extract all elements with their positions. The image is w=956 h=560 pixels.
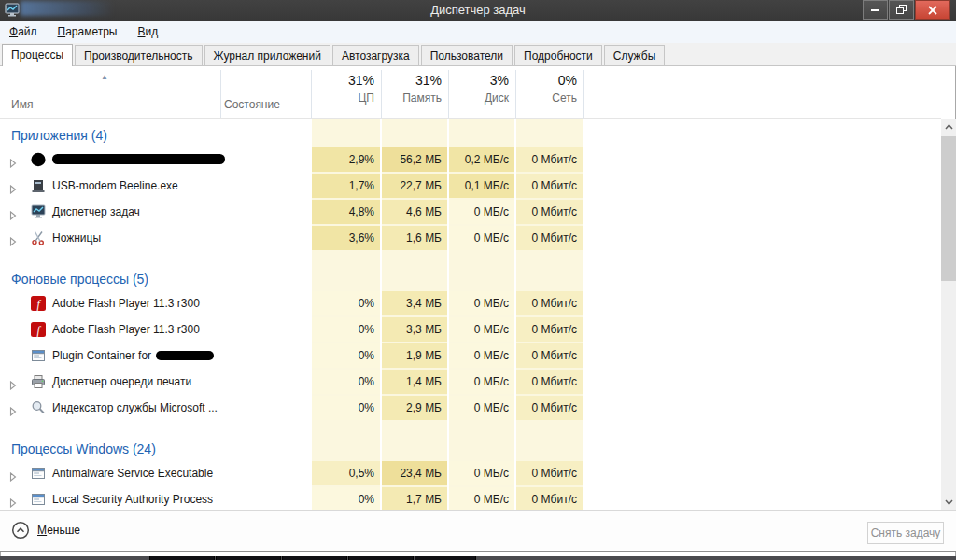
process-name: Adobe Flash Player 11.3 r300	[52, 297, 200, 310]
metric-cell: 0 Мбит/с	[516, 200, 583, 224]
close-button[interactable]	[915, 0, 950, 20]
metric-cell: 0 Мбит/с	[516, 317, 583, 342]
process-name: Local Security Authority Process	[52, 493, 213, 506]
tab-2[interactable]: Журнал приложений	[204, 45, 330, 65]
column-header-status[interactable]: Состояние	[224, 98, 280, 111]
metric-cell: 0 МБ/с	[449, 317, 514, 342]
tab-6[interactable]: Службы	[604, 45, 665, 65]
expand-arrow-icon[interactable]	[9, 495, 17, 504]
tab-3[interactable]: Автозагрузка	[332, 45, 419, 65]
process-group: Процессы Windows (24)Antimalware Service…	[0, 432, 941, 510]
tab-1[interactable]: Производительность	[75, 45, 202, 65]
metric-cell: 1,4 МБ	[382, 370, 447, 394]
menubar: ФайлПараметрыВид	[0, 21, 956, 43]
expand-arrow-icon[interactable]	[9, 469, 17, 478]
scroll-down-icon[interactable]	[941, 494, 956, 510]
metric-cell: 4,6 МБ	[382, 200, 447, 224]
column-header-name[interactable]: Имя	[11, 98, 33, 111]
metric-cell: 22,7 МБ	[382, 174, 447, 198]
sort-ascending-icon[interactable]: ▲	[101, 73, 108, 81]
flash-icon: f	[31, 322, 46, 337]
group-header: Приложения (4)	[0, 119, 941, 147]
process-row[interactable]: Индексатор службы Microsoft ...0%2,9 МБ0…	[0, 395, 941, 421]
redaction-bar	[52, 154, 225, 164]
scrollbar-thumb[interactable]	[941, 136, 956, 281]
metric-cell: 0 МБ/с	[449, 343, 514, 368]
metric-cell: 0 МБ/с	[449, 226, 514, 250]
metric-cell: 0 Мбит/с	[516, 487, 583, 510]
end-task-button[interactable]: Снять задачу	[867, 522, 944, 544]
column-header-metric[interactable]: 31%Память	[382, 73, 447, 116]
menu-item[interactable]: Вид	[130, 22, 165, 41]
menu-item[interactable]: Файл	[2, 22, 45, 41]
tab-4[interactable]: Пользователи	[421, 45, 513, 65]
metric-cell: 1,6 МБ	[382, 226, 447, 250]
metric-cell: 0 МБ/с	[449, 396, 514, 420]
taskmgr-icon	[31, 204, 46, 219]
metric-cell: 3,3 МБ	[382, 317, 447, 342]
process-name: Plugin Container for	[52, 349, 214, 362]
group-header: Фоновые процессы (5)	[0, 262, 941, 290]
fewer-details-button[interactable]: Меньше	[11, 521, 80, 539]
metric-cell: 0,5%	[312, 461, 380, 485]
process-row[interactable]: Ножницы3,6%1,6 МБ0 МБ/с0 Мбит/с	[0, 225, 941, 251]
metric-cell: 1,7%	[312, 174, 380, 198]
fewer-details-label: Меньше	[37, 524, 80, 537]
taskbar-window-buttons	[348, 556, 414, 560]
menu-item[interactable]: Параметры	[50, 22, 125, 41]
taskbar-window-buttons	[282, 556, 347, 560]
process-row[interactable]: Antimalware Service Executable0,5%23,4 М…	[0, 460, 941, 486]
blob-icon	[31, 152, 46, 167]
window-icon	[31, 466, 46, 481]
process-row[interactable]: fAdobe Flash Player 11.3 r3000%3,4 МБ0 М…	[0, 290, 941, 316]
expand-arrow-icon[interactable]	[9, 181, 17, 190]
process-row[interactable]: Диспетчер очереди печати0%1,4 МБ0 МБ/с0 …	[0, 369, 941, 395]
metric-cell: 23,4 МБ	[382, 461, 447, 485]
metric-cell: 3,4 МБ	[382, 291, 447, 315]
scroll-up-icon[interactable]	[941, 119, 956, 134]
process-row[interactable]: Local Security Authority Process0%1,7 МБ…	[0, 486, 941, 510]
metric-cell: 0 Мбит/с	[516, 343, 583, 368]
metric-cell: 0 Мбит/с	[516, 226, 583, 250]
metric-cell: 0 МБ/с	[449, 291, 514, 315]
expand-arrow-icon[interactable]	[9, 377, 17, 386]
expand-arrow-icon[interactable]	[9, 403, 17, 413]
tab-5[interactable]: Подробности	[514, 45, 602, 65]
window-title: Диспетчер задач	[0, 3, 956, 17]
column-header-metric[interactable]: 3%Диск	[449, 73, 514, 116]
taskbar-window-buttons	[216, 556, 281, 560]
expand-arrow-icon[interactable]	[9, 155, 17, 164]
column-separator	[583, 70, 584, 118]
process-row[interactable]: Диспетчер задач4,8%4,6 МБ0 МБ/с0 Мбит/с	[0, 199, 941, 225]
metric-cell: 0 Мбит/с	[516, 147, 583, 172]
metric-cell: 0 МБ/с	[449, 461, 514, 485]
tab-strip: ПроцессыПроизводительностьЖурнал приложе…	[0, 43, 956, 66]
process-row[interactable]: USB-modem Beeline.exe1,7%22,7 МБ0,1 МБ/с…	[0, 173, 941, 199]
process-name: Antimalware Service Executable	[52, 467, 213, 480]
task-manager-window: Диспетчер задач ФайлПараметрыВид Процесс…	[0, 0, 956, 560]
titlebar: Диспетчер задач	[0, 0, 956, 21]
metric-cell: 0 Мбит/с	[516, 174, 583, 198]
column-header-metric[interactable]: 0%Сеть	[516, 73, 583, 116]
metric-cell: 0%	[312, 396, 380, 420]
metric-cell: 0,1 МБ/с	[449, 174, 514, 198]
expand-arrow-icon[interactable]	[9, 207, 17, 217]
expand-arrow-icon[interactable]	[9, 233, 17, 243]
metric-cell: 0 МБ/с	[449, 200, 514, 224]
metric-cell: 2,9 МБ	[382, 396, 447, 420]
restore-button[interactable]	[889, 0, 914, 20]
process-name: Ножницы	[52, 231, 101, 245]
flash-icon: f	[31, 296, 46, 311]
metric-cell: 0%	[312, 317, 380, 342]
process-row[interactable]: fAdobe Flash Player 11.3 r3000%3,3 МБ0 М…	[0, 316, 941, 343]
tab-0[interactable]: Процессы	[2, 44, 73, 66]
taskbar-strip	[0, 556, 956, 560]
window-icon	[31, 492, 46, 507]
process-row[interactable]: Plugin Container for 0%1,9 МБ0 МБ/с0 Мби…	[0, 343, 941, 369]
modem-icon	[31, 178, 46, 193]
minimize-button[interactable]	[863, 0, 888, 20]
process-row[interactable]: 2,9%56,2 МБ0,2 МБ/с0 Мбит/с	[0, 147, 941, 173]
column-header-metric[interactable]: 31%ЦП	[312, 73, 380, 116]
vertical-scrollbar[interactable]	[941, 119, 956, 510]
process-list: Приложения (4)2,9%56,2 МБ0,2 МБ/с0 Мбит/…	[0, 119, 941, 510]
